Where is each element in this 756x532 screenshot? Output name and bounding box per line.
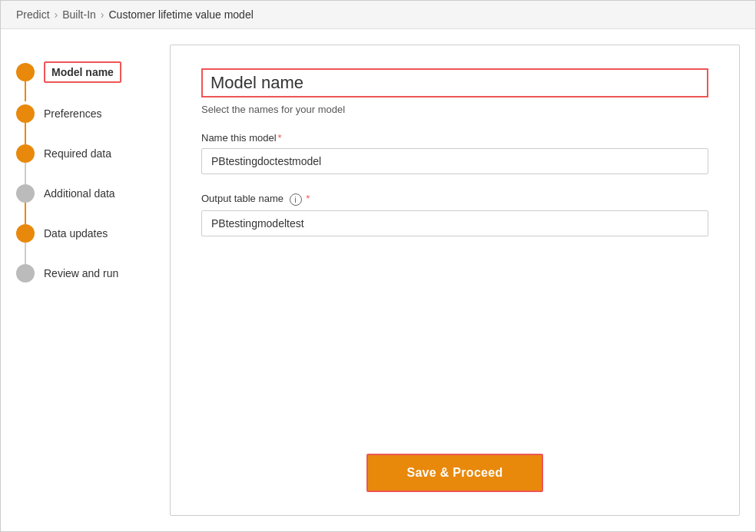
step-item-required-data[interactable]: Required data [16, 132, 154, 172]
step-dot-required-data [16, 144, 35, 163]
breadcrumb-sep-1: › [55, 8, 58, 21]
step-dot-review-run [16, 264, 35, 283]
breadcrumb: Predict › Built-In › Customer lifetime v… [1, 1, 755, 29]
step-dot-preferences [16, 104, 35, 123]
output-info-icon[interactable]: i [290, 193, 302, 206]
panel-subtitle: Select the names for your model [201, 104, 708, 115]
step-dot-additional-data [16, 184, 35, 203]
breadcrumb-predict[interactable]: Predict [16, 8, 50, 21]
step-item-preferences[interactable]: Preferences [16, 92, 154, 132]
name-required: * [278, 132, 282, 144]
panel-title: Model name [201, 68, 708, 97]
breadcrumb-sep-2: › [101, 8, 104, 21]
model-name-input[interactable] [201, 148, 708, 174]
step-item-model-name[interactable]: Model name [16, 52, 154, 92]
step-label-model-name: Model name [44, 61, 121, 83]
step-dot-model-name [16, 63, 35, 81]
save-proceed-button[interactable]: Save & Proceed [366, 454, 542, 492]
app-window: Predict › Built-In › Customer lifetime v… [0, 0, 756, 532]
breadcrumb-current: Customer lifetime value model [109, 8, 254, 21]
output-label: Output table name i * [201, 193, 708, 206]
output-required: * [306, 193, 310, 204]
right-panel: Model name Select the names for your mod… [170, 45, 740, 516]
step-dot-data-updates [16, 224, 35, 243]
name-field-group: Name this model* [201, 132, 708, 193]
step-item-additional-data[interactable]: Additional data [16, 172, 154, 212]
step-item-data-updates[interactable]: Data updates [16, 212, 154, 252]
name-label: Name this model* [201, 132, 708, 144]
output-table-name-input[interactable] [201, 210, 708, 236]
main-content: Model name Preferences Required data [1, 29, 755, 531]
button-row: Save & Proceed [201, 431, 708, 492]
step-list: Model name Preferences Required data [16, 52, 154, 292]
output-field-group: Output table name i * [201, 193, 708, 255]
sidebar: Model name Preferences Required data [16, 45, 170, 516]
breadcrumb-builtin[interactable]: Built-In [62, 8, 96, 21]
step-item-review-run[interactable]: Review and run [16, 252, 154, 292]
